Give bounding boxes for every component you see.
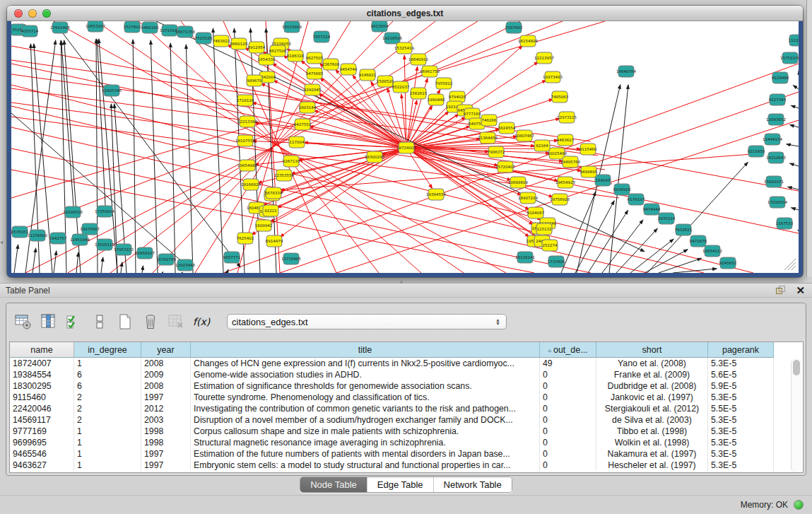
graph-node-7625402[interactable]: 7625402 — [237, 233, 254, 244]
graph-node-989678[interactable]: 989678 — [247, 75, 262, 86]
graph-node-6914479[interactable]: 6914479 — [266, 235, 283, 247]
graph-node-10653287[interactable]: 10653287 — [86, 21, 105, 32]
graph-node-7857224[interactable]: 7857224 — [313, 31, 331, 42]
graph-node-15720407[interactable]: 15720407 — [495, 161, 515, 173]
graph-node-8535051[interactable]: 8535051 — [11, 226, 28, 238]
graph-node-13505115[interactable]: 13505115 — [95, 239, 114, 250]
new-column-icon[interactable] — [115, 313, 134, 332]
tab-network-table[interactable]: Network Table — [434, 477, 512, 492]
graph-node-9699695[interactable]: 9699695 — [580, 166, 598, 177]
graph-node-7632621[interactable]: 7632621 — [675, 224, 693, 235]
graph-node-6179197[interactable]: 6179197 — [628, 194, 645, 205]
graph-node-3824554[interactable]: 3824554 — [498, 122, 516, 134]
graph-node-1562615[interactable]: 1562615 — [410, 88, 428, 99]
graph-node-15325419[interactable]: 15325419 — [394, 42, 414, 54]
graph-node-164095[interactable]: 164095 — [595, 175, 611, 186]
table-row[interactable]: 1456911722003Disruption of a novel membe… — [10, 414, 803, 426]
graph-node-1609942[interactable]: 1609942 — [255, 220, 273, 231]
graph-node-18907209[interactable]: 18907209 — [518, 192, 538, 204]
window-titlebar[interactable]: citations_edges.txt — [7, 6, 803, 21]
graph-node-8660128[interactable]: 8660128 — [230, 38, 248, 49]
graph-node-16154808[interactable]: 16154808 — [518, 35, 538, 47]
graph-node-8813054[interactable]: 8813054 — [371, 21, 389, 32]
graph-node-82221[interactable]: 82221 — [263, 205, 278, 216]
graph-node-15692971[interactable]: 15692971 — [764, 176, 784, 187]
graph-node-16033809[interactable]: 16033809 — [282, 21, 302, 33]
graph-node-12444154[interactable]: 12444154 — [763, 134, 782, 145]
graph-node-12093852[interactable]: 12093852 — [766, 114, 786, 125]
graph-node-7515526[interactable]: 7515526 — [195, 33, 213, 44]
graph-node-9184067[interactable]: 9184067 — [527, 207, 545, 218]
graph-node-9474444[interactable]: 9474444 — [643, 204, 661, 215]
graph-node-8454749[interactable]: 8454749 — [340, 64, 358, 75]
graph-node-20206526[interactable]: 20206526 — [63, 206, 83, 218]
graph-node-7986372[interactable]: 7986372 — [488, 146, 505, 158]
close-icon[interactable]: ✕ — [796, 285, 805, 296]
graph-node-1990448[interactable]: 1990448 — [428, 94, 445, 105]
network-table-selector[interactable]: citations_edges.txt ▲▼ — [227, 314, 507, 329]
graph-node-1167533[interactable]: 1167533 — [776, 218, 794, 229]
column-header-name[interactable]: name — [10, 342, 74, 358]
tab-node-table[interactable]: Node Table — [300, 477, 367, 492]
graph-node-18300295[interactable]: 18300295 — [365, 151, 384, 163]
graph-node-10688609[interactable]: 10688609 — [508, 177, 528, 188]
graph-node-11156809[interactable]: 11156809 — [28, 230, 47, 241]
graph-node-1527602[interactable]: 1527602 — [124, 21, 141, 33]
graph-node-12213957[interactable]: 12213957 — [534, 52, 554, 64]
graph-node-10654112[interactable]: 10654112 — [702, 245, 722, 257]
delete-table-icon[interactable] — [166, 313, 185, 332]
table-row[interactable]: 2242004622012Investigating the contribut… — [10, 403, 803, 414]
graph-node-8215958[interactable]: 8215958 — [748, 146, 765, 157]
column-header-short[interactable]: short — [596, 342, 708, 358]
graph-node-1112684[interactable]: 1112684 — [789, 35, 799, 46]
float-window-icon[interactable] — [776, 286, 786, 295]
tab-edge-table[interactable]: Edge Table — [367, 477, 434, 492]
memory-indicator-icon[interactable] — [794, 500, 804, 510]
table-row[interactable]: 946362711997Embryonic stem cells: a mode… — [10, 460, 803, 471]
scrollbar-thumb[interactable] — [793, 360, 800, 375]
graph-node-12973115[interactable]: 12973115 — [557, 112, 577, 123]
minimize-window-button[interactable] — [28, 9, 37, 18]
delete-column-icon[interactable] — [141, 313, 160, 332]
graph-node-7485063[interactable]: 7485063 — [551, 91, 569, 103]
graph-node-117004[interactable]: 117004 — [289, 136, 305, 148]
graph-node-18107552[interactable]: 18107552 — [235, 135, 255, 146]
graph-node-9475685[interactable]: 9475685 — [306, 68, 324, 79]
graph-node-9463627[interactable]: 9463627 — [557, 134, 575, 146]
function-builder-icon[interactable]: f(x) — [192, 313, 211, 332]
graph-node-9146821[interactable]: 9146821 — [359, 69, 377, 81]
graph-node-19756928[interactable]: 19756928 — [550, 194, 570, 205]
column-header-title[interactable]: title — [191, 342, 540, 358]
graph-node-8471676[interactable]: 8471676 — [690, 235, 707, 247]
graph-node-10973493[interactable]: 10973493 — [543, 71, 563, 83]
graph-node-9245652[interactable]: 9245652 — [719, 257, 737, 269]
graph-node-21905346[interactable]: 21905346 — [102, 85, 122, 96]
graph-node-8627506[interactable]: 8627506 — [269, 45, 287, 57]
column-header-out_de[interactable]: ▵out_de... — [540, 342, 596, 358]
graph-node-12213384[interactable]: 12213384 — [237, 116, 257, 127]
graph-node-18640910[interactable]: 18640910 — [408, 54, 428, 65]
graph-node-21364456[interactable]: 21364456 — [478, 132, 498, 144]
column-header-pagerank[interactable]: pagerank — [708, 342, 774, 358]
graph-node-8186328[interactable]: 8186328 — [287, 50, 305, 62]
graph-node-15716485[interactable]: 15716485 — [281, 253, 301, 264]
graph-node-746266[interactable]: 746266 — [481, 115, 497, 126]
graph-node-252274[interactable]: 252274 — [542, 240, 558, 251]
column-header-in_degree[interactable]: in_degree — [74, 342, 141, 358]
table-row[interactable]: 911546021997Tourette syndrome. Phenomeno… — [10, 392, 803, 403]
table-row[interactable]: 946554611997Estimation of the future num… — [10, 448, 803, 460]
graph-node-9627505[interactable]: 9627505 — [306, 52, 324, 64]
graph-node-12923448[interactable]: 12923448 — [175, 259, 195, 271]
graph-node-17016504[interactable]: 17016504 — [767, 197, 787, 208]
graph-node-12353554[interactable]: 12353554 — [274, 170, 294, 181]
graph-node-19495768[interactable]: 19495768 — [560, 156, 580, 168]
graph-node-2935114[interactable]: 2935114 — [658, 213, 676, 224]
graph-node-9242845[interactable]: 9242845 — [304, 84, 322, 95]
graph-node-17957223[interactable]: 17957223 — [114, 244, 134, 255]
graph-node-4055714[interactable]: 4055714 — [21, 25, 39, 37]
graph-node-8912954[interactable]: 8912954 — [248, 42, 266, 53]
graph-node-16671358[interactable]: 16671358 — [175, 26, 195, 37]
graph-node-8938928[interactable]: 8938928 — [613, 184, 631, 195]
graph-node-9129966[interactable]: 9129966 — [772, 72, 789, 83]
left-panel-collapse-icon[interactable]: ◂ — [0, 239, 3, 245]
